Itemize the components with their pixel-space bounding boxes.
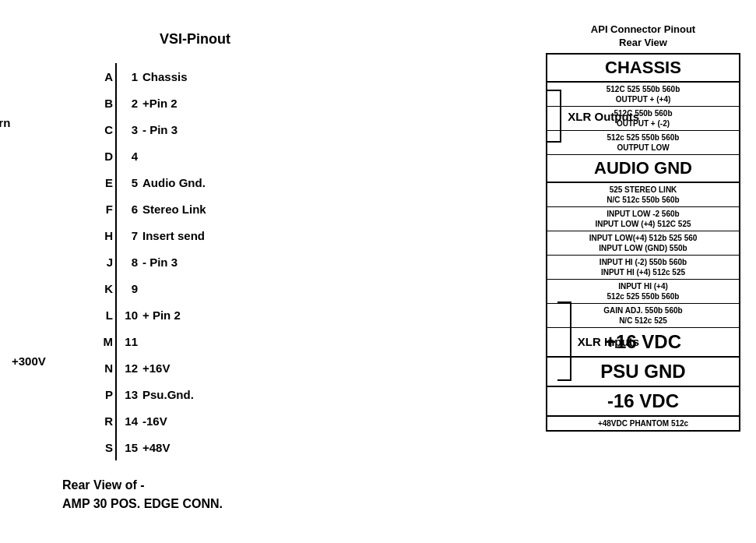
pin-desc-11: +16V — [142, 361, 170, 375]
bottom-line2: AMP 30 POS. EDGE CONN. — [62, 495, 515, 513]
pin-letter-7: J — [93, 256, 113, 269]
xlr-outputs-bracket: XLR Outputs — [547, 90, 639, 143]
api-row-audio-gnd: AUDIO GND — [547, 155, 739, 183]
pin-number-10: 11 — [121, 335, 142, 348]
pin-number-7: 8 — [121, 256, 142, 269]
pin-row-2: C 3 - Pin 3 — [93, 116, 515, 143]
pin-desc-7: - Pin 3 — [142, 256, 178, 269]
pin-desc-13: -16V — [142, 414, 167, 428]
pin-letter-2: C — [93, 123, 113, 136]
pin-desc-14: +48V — [142, 441, 170, 454]
pin-letter-5: F — [93, 203, 113, 216]
api-row-chassis: CHASSIS — [547, 55, 739, 83]
pin-row-1: B 2 +Pin 2 — [93, 90, 515, 116]
pin-desc-5: Stereo Link — [142, 203, 206, 216]
pin-letter-6: H — [93, 229, 113, 242]
pin-row-14: S 15 +48V — [93, 434, 515, 460]
pin-row-3: D 4 — [93, 143, 515, 169]
bracket-inputs-line — [557, 301, 571, 381]
api-title: API Connector Pinout — [546, 23, 740, 35]
api-row-7-text: INPUT LOW(+4) 512b 525 560INPUT LOW (GND… — [550, 233, 736, 253]
pin-letter-9: L — [93, 309, 113, 322]
pin-row-13: R 14 -16V — [93, 407, 515, 434]
pin-letter-11: N — [93, 361, 113, 375]
api-row-5: 525 STEREO LINKN/C 512c 550b 560b — [547, 183, 739, 207]
api-row-6: INPUT LOW -2 560bINPUT LOW (+4) 512C 525 — [547, 207, 739, 231]
api-row-7: INPUT LOW(+4) 512b 525 560INPUT LOW (GND… — [547, 231, 739, 256]
pin-number-13: 14 — [121, 414, 142, 428]
pin-row-6: H 7 Insert send — [93, 222, 515, 249]
pin-row-7: J 8 - Pin 3 — [93, 249, 515, 275]
pin-number-5: 6 — [121, 203, 142, 216]
pin-number-4: 5 — [121, 176, 142, 189]
pin-row-0: A 1 Chassis — [93, 63, 515, 90]
pin-desc-0: Chassis — [142, 70, 188, 83]
pin-letter-10: M — [93, 335, 113, 348]
api-row-6-text: INPUT LOW -2 560bINPUT LOW (+4) 512C 525 — [550, 209, 736, 229]
pin-row-4: E 5 Audio Gnd. — [93, 169, 515, 196]
pin-letter-1: B — [93, 97, 113, 110]
pin-number-9: 10 — [121, 309, 142, 322]
api-row-neg16vdc: -16 VDC — [547, 387, 739, 417]
insert-return-label: Insert Return — [0, 116, 10, 129]
xlr-inputs-bracket: XLR Inputs — [557, 301, 639, 381]
pin-desc-6: Insert send — [142, 229, 205, 242]
api-row-9: INPUT HI (+4)512c 525 550b 560b — [547, 280, 739, 304]
pin-desc-12: Psu.Gnd. — [142, 388, 194, 401]
pin-number-6: 7 — [121, 229, 142, 242]
api-row-5-text: 525 STEREO LINKN/C 512c 550b 560b — [550, 185, 736, 205]
pin-letter-8: K — [93, 282, 113, 295]
plus300v-label: +300V — [12, 354, 46, 368]
pin-letter-12: P — [93, 388, 113, 401]
bracket-outputs-label: XLR Outputs — [568, 110, 639, 123]
bracket-inputs-label: XLR Inputs — [578, 335, 639, 348]
pin-letter-3: D — [93, 150, 113, 163]
pin-desc-1: +Pin 2 — [142, 97, 178, 110]
main-container: VSI-Pinout Insert Return +300V XLR Outpu… — [0, 0, 756, 543]
pin-number-1: 2 — [121, 97, 142, 110]
api-subtitle: Rear View — [546, 37, 740, 48]
pin-number-14: 15 — [121, 441, 142, 454]
api-row-8: INPUT HI (-2) 550b 560bINPUT HI (+4) 512… — [547, 256, 739, 280]
pin-number-11: 12 — [121, 361, 142, 375]
pin-number-3: 4 — [121, 150, 142, 163]
pin-row-11: N 12 +16V — [93, 354, 515, 381]
pin-desc-2: - Pin 3 — [142, 123, 178, 136]
pin-number-8: 9 — [121, 282, 142, 295]
pin-number-0: 1 — [121, 70, 142, 83]
bottom-line1: Rear View of - — [62, 476, 515, 495]
bottom-text: Rear View of - AMP 30 POS. EDGE CONN. — [62, 476, 515, 513]
pin-letter-13: R — [93, 414, 113, 428]
pin-number-2: 3 — [121, 123, 142, 136]
pin-desc-9: + Pin 2 — [142, 309, 181, 322]
pin-letter-14: S — [93, 441, 113, 454]
api-row-8-text: INPUT HI (-2) 550b 560bINPUT HI (+4) 512… — [550, 257, 736, 277]
vsi-title: VSI-Pinout — [160, 31, 230, 47]
pin-letter-4: E — [93, 176, 113, 189]
pinout-container: Insert Return +300V XLR Outputs XLR Inpu… — [93, 63, 515, 460]
bracket-outputs-line — [547, 90, 561, 143]
api-row-48vdc: +48VDC PHANTOM 512c — [547, 417, 739, 430]
pin-row-5: F 6 Stereo Link — [93, 196, 515, 222]
pin-number-12: 13 — [121, 388, 142, 401]
left-section: VSI-Pinout Insert Return +300V XLR Outpu… — [16, 16, 515, 527]
pin-row-9: L 10 + Pin 2 — [93, 301, 515, 328]
pin-desc-4: Audio Gnd. — [142, 176, 206, 189]
pin-row-8: K 9 — [93, 275, 515, 301]
api-row-9-text: INPUT HI (+4)512c 525 550b 560b — [550, 281, 736, 301]
pin-row-12: P 13 Psu.Gnd. — [93, 381, 515, 407]
pin-row-10: M 11 — [93, 328, 515, 354]
pin-letter-0: A — [93, 70, 113, 83]
